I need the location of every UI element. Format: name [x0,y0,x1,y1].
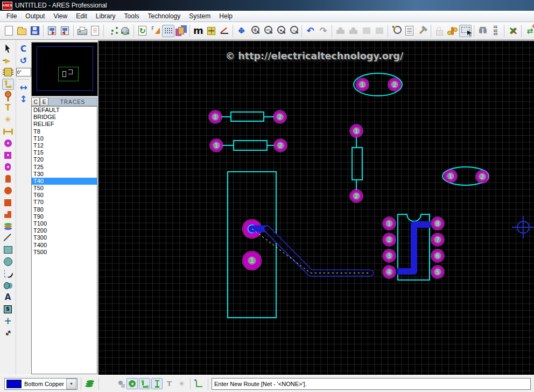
via-mode[interactable] [2,90,14,102]
block-delete-icon[interactable] [373,25,385,37]
tools-icon[interactable] [416,25,428,37]
block-move-icon[interactable] [347,25,360,37]
export-region-icon[interactable] [59,25,71,37]
component-list-icon[interactable]: U1 U2 U3 [489,25,502,37]
menu-view[interactable]: View [49,11,72,21]
mark-output-area-icon[interactable] [89,25,101,37]
smt-polygon-pad-mode[interactable] [2,209,14,220]
auto-router-icon[interactable]: × [507,25,519,37]
selection-filter-icon[interactable] [459,25,472,37]
trace-style-relief[interactable]: RELIEF [32,121,97,128]
edit-style-button[interactable]: E [40,97,48,106]
trace-style-t50[interactable]: T50 [32,185,97,192]
overview-minimap[interactable] [31,42,98,96]
zoom-in-icon[interactable] [248,25,261,37]
menu-output[interactable]: Output [21,11,49,21]
smt-circle-pad-mode[interactable] [2,185,14,197]
rotation-angle-input[interactable] [16,68,31,76]
trace-style-t40[interactable]: T40 [32,178,97,185]
pad-1[interactable]: 1 [383,217,396,230]
pad-1[interactable]: 1 [444,170,457,183]
trace-angle-toggle-icon[interactable] [446,25,459,37]
menu-technology[interactable]: Technology [144,11,185,21]
selection-mode[interactable] [2,43,14,54]
pad-7[interactable]: 7 [431,233,444,246]
dil-pad-mode[interactable] [2,162,14,173]
block-rotate-icon[interactable] [360,25,373,37]
trace-style-default[interactable]: DEFAULT [32,107,97,114]
layer-dialog-icon[interactable] [175,25,187,37]
filter-components-icon[interactable] [102,378,113,389]
filter-pads-icon[interactable] [114,378,125,389]
new-layout-icon[interactable] [3,25,15,37]
layer-selector[interactable]: Bottom Copper ▼ [4,378,78,390]
mirror-horizontal-icon[interactable]: ↔ [17,81,30,93]
zoom-sheet-icon[interactable] [287,25,299,37]
pad-2[interactable]: 2 [388,78,401,91]
filter-ratsnest-icon[interactable]: ✳ [176,378,187,389]
x-cursor-icon[interactable] [218,25,230,37]
trace-style-t100[interactable]: T100 [32,220,97,227]
mirror-vertical-icon[interactable]: ↕ [17,93,30,104]
pad-1[interactable]: 1 [209,110,222,123]
create-style-button[interactable]: C [31,97,40,106]
pad-8[interactable]: 8 [431,217,444,230]
2d-arc-mode[interactable] [2,268,14,279]
redraw-icon[interactable] [136,25,149,37]
net-browser-icon[interactable] [119,25,131,37]
menu-system[interactable]: System [185,11,215,21]
2d-text-mode[interactable]: A [2,292,14,303]
origin-icon[interactable] [205,25,217,37]
trace-style-t200[interactable]: T200 [32,227,97,234]
pad-6[interactable]: 6 [431,249,444,262]
pcb-drawing[interactable]: © http://electricaltechnology.org/© http… [99,41,534,376]
trace-style-t90[interactable]: T90 [32,213,97,220]
pcb-editor-canvas[interactable]: © http://electricaltechnology.org/© http… [98,40,534,375]
trace-style-t80[interactable]: T80 [32,206,97,213]
trace-style-t60[interactable]: T60 [32,192,97,199]
block-copy-icon[interactable] [334,25,347,37]
pan-icon[interactable] [235,25,248,37]
2d-symbol-mode[interactable]: S [2,304,14,315]
pad-5[interactable]: 5 [431,265,444,278]
zoom-out-icon[interactable] [261,25,273,37]
track-mode[interactable] [2,79,14,90]
menu-tools[interactable]: Tools [120,11,144,21]
open-layout-icon[interactable] [16,25,28,37]
design-rule-check-icon[interactable]: ⇄ [524,25,534,37]
redo-icon[interactable]: ↷ [317,25,329,37]
pad-2[interactable]: 2 [383,233,396,246]
pad-2[interactable]: 2 [274,139,287,152]
save-layout-icon[interactable] [29,25,41,37]
trace-style-t400[interactable]: T400 [32,242,97,249]
trace-style-t10[interactable]: T10 [32,135,97,142]
layer-flip-icon[interactable] [85,378,96,389]
goto-component-icon[interactable] [390,25,403,37]
filter-traces-icon[interactable] [139,378,150,389]
layer-dropdown-button[interactable]: ▼ [66,379,76,389]
flip-view-icon[interactable] [149,25,161,37]
pad-1[interactable]: 1 [243,251,262,270]
connectivity-highlight-mode[interactable] [2,126,14,137]
pad-1[interactable]: 1 [350,124,363,137]
square-pad-mode[interactable] [2,150,14,161]
pad-1[interactable]: 1 [210,139,223,152]
trace-style-t300[interactable]: T300 [32,234,97,241]
2d-line-mode[interactable] [2,233,14,244]
2d-marker-mode[interactable]: + [2,316,14,327]
round-pad-mode[interactable] [2,138,14,149]
filter-guides-icon[interactable] [151,378,163,389]
trace-style-t25[interactable]: T25 [32,164,97,171]
import-region-icon[interactable] [46,25,58,37]
trace-style-t12[interactable]: T12 [32,142,97,149]
undo-icon[interactable]: ↶ [304,25,317,37]
filter-round-pads-icon[interactable] [127,378,138,389]
filter-zones-icon[interactable]: T [164,378,175,389]
netlist-icon[interactable] [106,25,118,37]
trace-lock-icon[interactable] [433,25,446,37]
smt-rect-pad-mode[interactable] [2,197,14,208]
component-mode[interactable]: ▶ [2,55,14,66]
trace-style-bridge[interactable]: BRIDGE [32,114,97,121]
zone-mode[interactable]: T [2,102,14,114]
zoom-area-icon[interactable] [274,25,286,37]
